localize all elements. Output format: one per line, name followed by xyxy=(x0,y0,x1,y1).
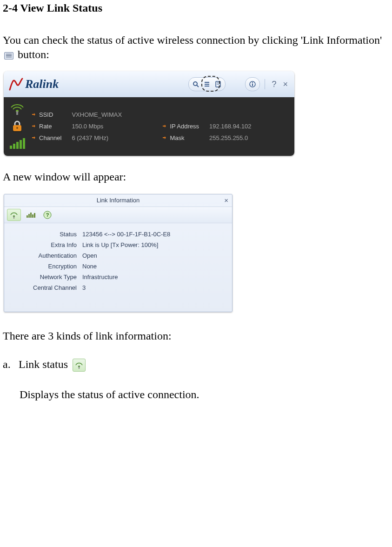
svg-rect-9 xyxy=(252,82,253,83)
separator xyxy=(265,79,265,89)
toolbar-pill-group xyxy=(188,77,226,91)
ralink-widget: Ralink xyxy=(4,71,294,156)
encryption-value: None xyxy=(82,263,225,270)
svg-line-1 xyxy=(197,85,199,87)
svg-rect-30 xyxy=(79,367,80,369)
ralink-logo: Ralink xyxy=(8,76,59,93)
list-item-a: a. Link status xyxy=(3,358,389,372)
ralink-logo-text: Ralink xyxy=(25,77,59,91)
statistics-tab-button[interactable]: ? xyxy=(40,209,54,221)
svg-rect-25 xyxy=(32,214,33,218)
profile-button[interactable] xyxy=(213,79,224,89)
link-information-button[interactable] xyxy=(201,79,213,89)
svg-rect-15 xyxy=(10,146,12,149)
signal-bars-icon xyxy=(9,136,26,151)
about-pill xyxy=(245,77,260,91)
info-grid: SSID VXHOME_WIMAX Rate 150.0 Mbps IP Add… xyxy=(32,101,290,151)
mask-label: Mask xyxy=(162,134,199,141)
list-item-a-text: Link status xyxy=(19,358,71,370)
link-information-icon xyxy=(4,52,13,60)
svg-rect-23 xyxy=(28,214,30,218)
mask-value: 255.255.255.0 xyxy=(209,134,290,141)
svg-point-0 xyxy=(193,82,197,86)
link-info-close-button[interactable]: × xyxy=(224,194,228,207)
status-label: Status xyxy=(12,231,77,238)
svg-rect-2 xyxy=(205,82,209,83)
list-item-a-desc: Displays the status of active connection… xyxy=(20,388,389,401)
site-survey-button[interactable] xyxy=(190,79,201,89)
svg-rect-19 xyxy=(23,138,25,149)
link-information-window: Link Information × ? xyxy=(4,194,233,312)
central-channel-value: 3 xyxy=(82,284,225,291)
svg-rect-24 xyxy=(30,213,32,218)
link-status-icon xyxy=(73,359,86,372)
ssid-label: SSID xyxy=(32,111,61,118)
svg-rect-3 xyxy=(205,84,209,85)
kinds-text: There are 3 kinds of link information: xyxy=(3,329,389,343)
svg-rect-17 xyxy=(16,142,19,149)
network-type-label: Network Type xyxy=(12,274,77,280)
link-status-tab-button[interactable] xyxy=(7,209,21,221)
channel-label: Channel xyxy=(32,134,61,141)
ip-value: 192.168.94.102 xyxy=(209,123,290,130)
list-marker-a: a. xyxy=(3,358,16,371)
extra-info-label: Extra Info xyxy=(12,241,77,248)
throughput-tab-button[interactable] xyxy=(24,209,38,221)
new-window-text: A new window will appear: xyxy=(3,170,389,184)
rate-label: Rate xyxy=(32,123,61,130)
authentication-label: Authentication xyxy=(12,252,77,259)
svg-text:?: ? xyxy=(46,212,49,218)
ip-label: IP Address xyxy=(162,123,199,130)
central-channel-label: Central Channel xyxy=(12,284,77,291)
encryption-label: Encryption xyxy=(12,263,77,270)
close-button[interactable]: × xyxy=(281,80,290,89)
ralink-titlebar: Ralink xyxy=(4,71,294,97)
svg-rect-16 xyxy=(13,144,15,149)
link-info-titlebar: Link Information × xyxy=(4,194,232,207)
link-info-title: Link Information xyxy=(97,197,140,204)
ssid-value: VXHOME_WIMAX xyxy=(72,111,290,118)
intro-paragraph: You can check the status of active wirel… xyxy=(3,33,389,62)
help-button[interactable]: ? xyxy=(270,80,278,89)
wifi-icon xyxy=(9,101,26,116)
link-info-toolbar: ? xyxy=(4,207,232,223)
lock-icon xyxy=(9,119,26,133)
channel-value: 6 (2437 MHz) xyxy=(72,134,152,141)
side-icons xyxy=(7,101,27,151)
intro-text-after: button: xyxy=(15,48,49,60)
network-type-value: Infrastructure xyxy=(82,274,225,280)
authentication-value: Open xyxy=(82,252,225,259)
svg-rect-21 xyxy=(13,216,14,219)
status-value: 123456 <--> 00-1F-1F-B1-0C-E8 xyxy=(82,231,225,238)
rate-value: 150.0 Mbps xyxy=(72,123,152,130)
ralink-body: SSID VXHOME_WIMAX Rate 150.0 Mbps IP Add… xyxy=(4,97,294,156)
intro-text-before: You can check the status of active wirel… xyxy=(3,34,382,46)
svg-rect-22 xyxy=(27,215,28,218)
about-button[interactable] xyxy=(247,79,258,89)
svg-rect-18 xyxy=(20,140,22,149)
svg-point-14 xyxy=(16,127,18,129)
svg-rect-12 xyxy=(16,111,18,115)
svg-rect-26 xyxy=(34,213,35,218)
svg-rect-10 xyxy=(252,84,253,86)
svg-rect-4 xyxy=(205,86,209,87)
link-info-body: Status123456 <--> 00-1F-1F-B1-0C-E8 Extr… xyxy=(4,223,232,312)
section-title: 2-4 View Link Status xyxy=(3,2,389,14)
extra-info-value: Link is Up [Tx Power: 100%] xyxy=(82,241,225,248)
